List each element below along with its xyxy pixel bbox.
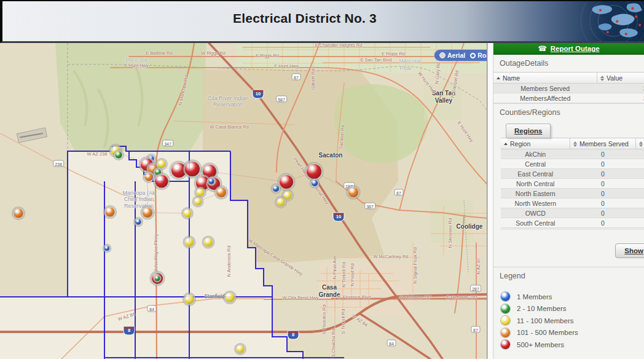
outage-marker-blue[interactable] <box>209 179 214 184</box>
legend-dot-orange-icon <box>501 328 510 337</box>
outage-marker-blue[interactable] <box>104 246 109 251</box>
outage-marker-yellow[interactable] <box>284 192 292 200</box>
radio-icon-roads[interactable] <box>470 53 476 58</box>
basemap-toggle[interactable]: Aerial Roads <box>434 49 487 61</box>
map-graphics <box>0 43 487 359</box>
legend-item: 1 Members <box>501 291 644 303</box>
outage-marker-orange[interactable] <box>348 187 358 197</box>
outage-marker-red[interactable] <box>185 162 200 176</box>
outage-marker-orange[interactable] <box>14 209 23 218</box>
outage-marker-green[interactable] <box>155 169 161 175</box>
legend-label: 500+ Members <box>517 341 564 348</box>
table-row[interactable]: North Central023 <box>501 179 644 189</box>
table-row[interactable]: MembersAffected334 <box>493 93 644 103</box>
sidebar: ☎Report Outage OutageDetails Name Value … <box>493 43 644 359</box>
table-row[interactable]: North Eastern05 <box>501 189 644 199</box>
table-row[interactable]: AkChin04 <box>501 149 644 159</box>
legend-dot-yellow-icon <box>501 316 510 325</box>
outage-details-title: OutageDetails <box>493 55 644 71</box>
outage-marker-blue[interactable] <box>273 186 279 192</box>
outage-marker-yellow[interactable] <box>194 198 202 205</box>
radio-icon-aerial[interactable] <box>439 52 446 58</box>
interstate-shield: 10 <box>253 90 264 99</box>
legend-label: 101 - 500 Members <box>517 329 578 336</box>
outage-marker-green[interactable] <box>155 276 160 281</box>
table-row[interactable]: Members Served337 <box>493 84 644 93</box>
outage-details-rows: Members Served337MembersAffected334 <box>493 84 644 103</box>
outage-marker-yellow[interactable] <box>158 160 166 168</box>
interstate-shield: 10 <box>333 213 345 222</box>
outage-details-panel: OutageDetails Name Value Members Served3… <box>493 55 644 104</box>
outage-marker-blue[interactable] <box>136 219 141 225</box>
route-shield: 87 <box>292 74 301 81</box>
legend-dot-blue-icon <box>501 292 510 301</box>
outage-marker-yellow[interactable] <box>197 189 205 197</box>
outage-marker-yellow[interactable] <box>185 295 194 304</box>
outage-marker-yellow[interactable] <box>237 345 245 353</box>
globe-image <box>521 1 644 41</box>
basemap-roads-label: Roads <box>477 52 487 59</box>
route-shield: 347 <box>162 140 173 147</box>
legend-dot-red-icon <box>501 340 510 349</box>
show-button[interactable]: Show <box>615 243 644 258</box>
sort-header-name[interactable]: Name <box>493 73 597 84</box>
sort-header-value[interactable]: Value <box>597 73 644 84</box>
route-shield: 84 <box>147 305 157 312</box>
outage-marker-orange[interactable] <box>106 208 115 217</box>
outage-marker-blue[interactable] <box>312 180 318 186</box>
route-shield: 587 <box>276 96 287 103</box>
map[interactable]: MaricopaPinalMaricopaPinalGila River Ind… <box>0 43 487 359</box>
outage-marker-orange[interactable] <box>143 208 152 218</box>
legend-item: 500+ Members <box>501 339 644 351</box>
sort-header-members-served[interactable]: Members Served <box>570 138 636 149</box>
outage-marker-red[interactable] <box>155 175 168 188</box>
route-shield: 287 <box>470 285 481 292</box>
legend-panel: Legend 1 Members2 - 10 Members11 - 100 M… <box>493 267 644 351</box>
table-row[interactable]: Central05 <box>501 159 644 169</box>
outage-marker-yellow[interactable] <box>185 238 194 246</box>
route-shield: 84 <box>387 340 396 347</box>
outage-marker-yellow[interactable] <box>226 293 235 302</box>
phone-icon: ☎ <box>538 44 546 53</box>
report-outage-button[interactable]: ☎Report Outage <box>493 43 644 55</box>
table-row[interactable]: South Central01 <box>501 218 644 228</box>
outage-marker-red[interactable] <box>171 163 186 178</box>
counties-title: Counties/Regions <box>493 104 644 120</box>
legend-item: 11 - 100 Members <box>501 315 644 327</box>
vertical-scrollbar[interactable] <box>487 43 493 359</box>
legend-title: Legend <box>493 267 644 283</box>
report-outage-label: Report Outage <box>551 45 600 52</box>
route-shield: 87 <box>395 189 404 196</box>
tab-regions[interactable]: Regions <box>506 124 551 138</box>
table-row[interactable]: North Western05 <box>501 199 644 208</box>
outage-marker-yellow[interactable] <box>277 199 285 207</box>
legend-dot-green-icon <box>501 304 510 313</box>
counties-panel: Counties/Regions Regions Region Members … <box>493 104 644 267</box>
basemap-option-aerial[interactable]: Aerial <box>439 52 465 59</box>
basemap-option-roads[interactable]: Roads <box>470 52 487 59</box>
interstate-shield: 8 <box>288 331 299 340</box>
table-row[interactable]: OWCD0 <box>501 208 644 218</box>
route-shield: 238 <box>53 160 64 167</box>
legend-item: 2 - 10 Members <box>501 303 644 315</box>
legend-label: 11 - 100 Members <box>517 317 573 325</box>
outage-marker-yellow[interactable] <box>204 238 213 246</box>
app-window: Electrical District No. 3 <box>0 0 644 362</box>
regions-table: Region Members Served Members Affected A… <box>501 138 644 230</box>
table-row[interactable]: East Central05 <box>501 169 644 179</box>
legend-label: 2 - 10 Members <box>517 305 567 312</box>
interstate-shield: 8 <box>124 326 135 336</box>
header: Electrical District No. 3 <box>0 0 644 43</box>
outage-marker-orange[interactable] <box>145 173 153 181</box>
sort-header-region[interactable]: Region <box>501 138 570 149</box>
sort-header-members-affected[interactable]: Members Affected <box>636 138 644 149</box>
route-shield: 387 <box>364 203 375 210</box>
outage-marker-red[interactable] <box>307 164 321 179</box>
legend-item: 101 - 500 Members <box>501 327 644 339</box>
outage-marker-green[interactable] <box>116 152 122 159</box>
outage-marker-orange[interactable] <box>216 187 226 197</box>
table-row[interactable]: South Eastern02 <box>501 228 644 230</box>
outage-marker-red[interactable] <box>280 175 293 189</box>
outage-marker-yellow[interactable] <box>184 210 192 218</box>
page-title: Electrical District No. 3 <box>2 11 607 26</box>
